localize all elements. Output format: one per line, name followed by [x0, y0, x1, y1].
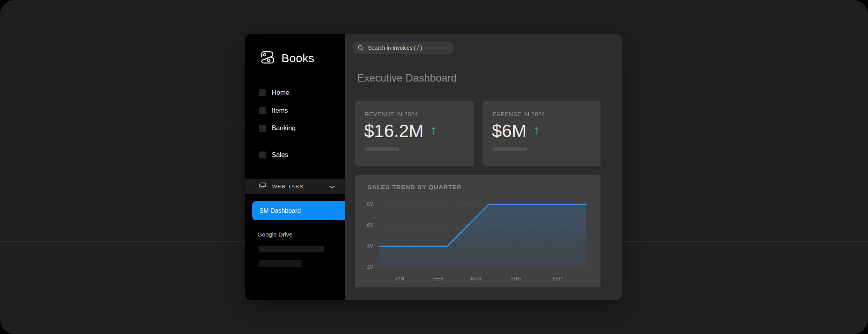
- svg-text:AUG: AUG: [510, 276, 521, 282]
- svg-text:8M: 8M: [367, 202, 373, 207]
- sidebar-item-items[interactable]: Items: [259, 106, 288, 115]
- card-placeholder-bar: [365, 147, 399, 151]
- sales-trend-card: SALES TREND BY QUARTER 8M6M4M2MJANFEBMAR…: [355, 175, 601, 287]
- revenue-card-value: $16.2M ↑: [364, 120, 437, 141]
- app-window: Books Home Items Banking Sales: [245, 34, 622, 300]
- svg-text:6M: 6M: [367, 223, 373, 228]
- background-canvas: Books Home Items Banking Sales: [0, 0, 868, 334]
- items-icon: [259, 107, 266, 114]
- trend-up-icon: ↑: [533, 122, 540, 138]
- web-tabs-section-header[interactable]: WEB TABS: [245, 179, 345, 194]
- web-tab-label: Google Drive: [257, 231, 292, 238]
- banking-icon: [259, 125, 266, 132]
- svg-text:2M: 2M: [367, 264, 373, 270]
- trend-up-icon: ↑: [430, 122, 437, 138]
- sales-icon: [259, 151, 266, 158]
- sidebar-item-sales[interactable]: Sales: [259, 150, 288, 160]
- svg-text:4M: 4M: [367, 244, 373, 249]
- web-tab-label: SM Dashboard: [259, 207, 301, 214]
- web-tab-placeholder: [259, 260, 302, 267]
- sidebar-item-banking[interactable]: Banking: [259, 124, 295, 133]
- app-logo: Books: [259, 50, 314, 67]
- expense-card-value: $6M ↑: [492, 120, 540, 141]
- svg-text:MAR: MAR: [471, 276, 482, 282]
- web-tab-sm-dashboard[interactable]: SM Dashboard: [252, 201, 345, 220]
- page-title: Executive Dashboard: [357, 72, 457, 84]
- header-divider: [345, 62, 622, 62]
- web-tabs-icon: [259, 183, 266, 190]
- expense-card: EXPENSE IN 2024 $6M ↑: [483, 101, 601, 166]
- web-tab-google-drive[interactable]: Google Drive: [257, 230, 292, 239]
- sidebar: Books Home Items Banking Sales: [245, 34, 345, 300]
- home-icon: [259, 89, 266, 96]
- sidebar-item-label: Home: [272, 89, 289, 97]
- web-tab-placeholder: [259, 246, 324, 252]
- revenue-card-label: REVENUE IN 2024: [365, 111, 418, 117]
- sidebar-item-home[interactable]: Home: [259, 88, 289, 97]
- expense-card-label: EXPENSE IN 2024: [493, 111, 545, 117]
- books-logo-icon: [259, 50, 277, 67]
- search-icon: [358, 45, 364, 51]
- sidebar-item-label: Items: [272, 107, 288, 115]
- sidebar-item-label: Sales: [272, 151, 288, 159]
- chevron-down-icon: [329, 184, 335, 191]
- search-bar[interactable]: [353, 42, 453, 54]
- revenue-card: REVENUE IN 2024 $16.2M ↑: [355, 101, 474, 166]
- svg-text:FEB: FEB: [434, 276, 444, 282]
- sidebar-item-label: Banking: [272, 124, 295, 132]
- svg-text:SEP: SEP: [552, 276, 562, 282]
- search-input[interactable]: [367, 44, 446, 51]
- app-logo-text: Books: [281, 52, 314, 65]
- svg-text:JAN: JAN: [395, 276, 404, 282]
- sales-trend-chart: 8M6M4M2MJANFEBMARAUGSEP: [355, 175, 601, 287]
- web-tabs-label: WEB TABS: [272, 184, 304, 190]
- main-panel: Executive Dashboard REVENUE IN 2024 $16.…: [345, 34, 622, 300]
- card-placeholder-bar: [493, 147, 527, 151]
